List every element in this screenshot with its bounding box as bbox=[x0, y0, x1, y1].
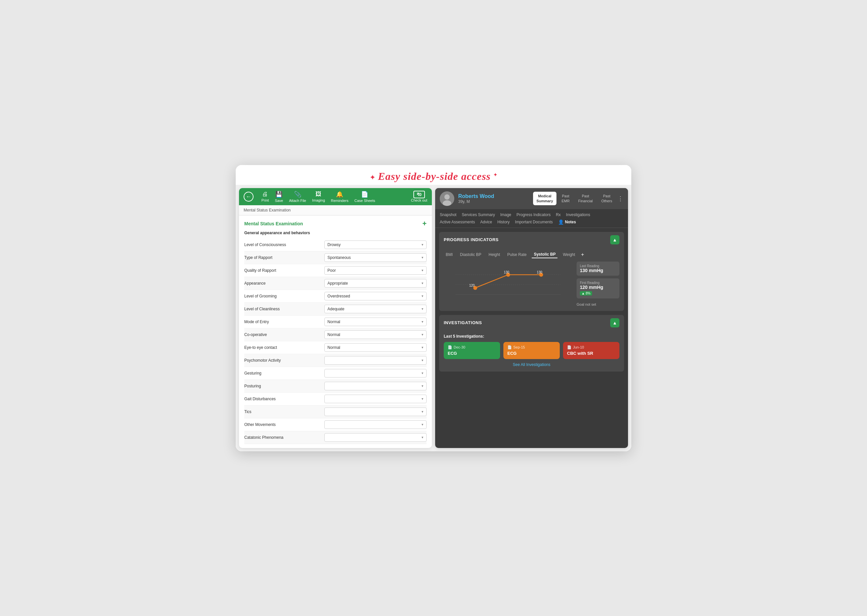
investigation-card-1[interactable]: 📄 Sep-15 ECG bbox=[503, 342, 560, 359]
attach-file-button[interactable]: 📎 Attach File bbox=[289, 191, 306, 203]
breadcrumb: Mental Status Examination bbox=[239, 205, 432, 215]
form-row: Level of GroomingOverdressed bbox=[244, 290, 427, 303]
imaging-button[interactable]: 🖼 Imaging bbox=[312, 191, 325, 202]
tab-past-others[interactable]: PastOthers bbox=[598, 192, 615, 205]
print-button[interactable]: 🖨 Print bbox=[262, 191, 269, 202]
form-label: Mode of Entry bbox=[244, 319, 325, 324]
form-label: Level of Grooming bbox=[244, 294, 325, 299]
form-row: Psychomotor Activity bbox=[244, 354, 427, 367]
left-panel: ← 🖨 Print 💾 Save 📎 Attach File 🖼 Imaging bbox=[239, 188, 432, 448]
invest-file-icon-1: 📄 bbox=[508, 345, 512, 349]
tab-medical-summary[interactable]: MedicalSummary bbox=[533, 192, 556, 205]
progress-indicators-toggle[interactable]: ▲ bbox=[610, 235, 620, 244]
nav-advice[interactable]: Advice bbox=[480, 219, 492, 225]
casesheets-label: Case Sheets bbox=[355, 199, 375, 203]
pi-tab-weight[interactable]: Weight bbox=[561, 251, 577, 258]
back-icon: ← bbox=[246, 194, 251, 200]
form-label: Appearance bbox=[244, 281, 325, 286]
nav-progress-indicators[interactable]: Progress Indicators bbox=[517, 212, 550, 218]
nav-services-summary[interactable]: Services Summary bbox=[462, 212, 495, 218]
form-select-0[interactable]: Drowsy bbox=[325, 240, 427, 249]
nav-active-assessments[interactable]: Active Assessments bbox=[440, 219, 475, 225]
form-label: Gait Disturbances bbox=[244, 397, 325, 401]
pi-tab-diastolic[interactable]: Diastolic BP bbox=[458, 251, 483, 258]
nav-image[interactable]: Image bbox=[500, 212, 511, 218]
casesheets-button[interactable]: 📄 Case Sheets bbox=[355, 191, 375, 203]
form-select-9[interactable] bbox=[325, 356, 427, 365]
chart-readings: Last Reading 130 mmHg First Reading 120 … bbox=[577, 262, 620, 306]
form-select-12[interactable] bbox=[325, 394, 427, 403]
tab-past-financial[interactable]: PastFinancial bbox=[575, 192, 596, 205]
form-select-2[interactable]: Poor bbox=[325, 266, 427, 275]
chart-area: 120 130 130 Last Reading 130 mmHg bbox=[444, 262, 620, 306]
svg-text:130: 130 bbox=[504, 270, 509, 274]
investigation-card-0[interactable]: 📄 Dec-30 ECG bbox=[444, 342, 500, 359]
pi-tab-systolic[interactable]: Systolic BP bbox=[532, 251, 558, 258]
invest-file-icon-0: 📄 bbox=[448, 345, 452, 349]
patient-avatar bbox=[440, 192, 454, 206]
banner: ✦ Easy side-by-side access ✦ bbox=[236, 165, 631, 185]
save-button[interactable]: 💾 Save bbox=[275, 191, 283, 203]
pi-add-button[interactable]: + bbox=[581, 251, 584, 258]
pi-tab-bmi[interactable]: BMI bbox=[444, 251, 455, 258]
change-badge: ▲ 8% bbox=[580, 291, 592, 295]
section-title-text: Mental Status Examination bbox=[244, 221, 303, 226]
investigations-toggle[interactable]: ▲ bbox=[610, 318, 620, 327]
reminders-label: Reminders bbox=[331, 199, 348, 203]
investigation-card-2[interactable]: 📄 Jun-10 CBC with SR bbox=[563, 342, 620, 359]
form-select-14[interactable] bbox=[325, 420, 427, 429]
form-select-8[interactable]: Normal bbox=[325, 343, 427, 352]
invest-name-1: ECG bbox=[508, 351, 556, 356]
patient-age: 39y, M bbox=[458, 199, 494, 204]
notes-icon: 👤 bbox=[558, 219, 564, 225]
pi-tab-height[interactable]: Height bbox=[487, 251, 502, 258]
investigations-header: INVESTIGATIONS ▲ bbox=[439, 315, 624, 331]
form-row: Mode of EntryNormal bbox=[244, 316, 427, 328]
nav-history[interactable]: History bbox=[497, 219, 510, 225]
progress-chart: 120 130 130 bbox=[444, 262, 572, 301]
more-tabs-button[interactable]: ⋮ bbox=[618, 195, 623, 202]
form-row: Other Movements bbox=[244, 418, 427, 431]
form-select-11[interactable] bbox=[325, 382, 427, 390]
reminders-button[interactable]: 🔔 Reminders bbox=[331, 191, 348, 203]
form-row: Eye-to eye contactNormal bbox=[244, 341, 427, 354]
form-select-1[interactable]: Spontaneous bbox=[325, 253, 427, 262]
nav-rx[interactable]: Rx bbox=[556, 212, 561, 218]
svg-text:120: 120 bbox=[469, 284, 475, 287]
form-row: AppearanceAppropriate bbox=[244, 277, 427, 290]
tab-past-emr[interactable]: PastEMR bbox=[558, 192, 573, 205]
nav-notes[interactable]: 👤 Notes bbox=[558, 219, 576, 225]
form-label: Tics bbox=[244, 409, 325, 414]
form-select-15[interactable] bbox=[325, 433, 427, 442]
form-row: Co-operativeNormal bbox=[244, 328, 427, 341]
nav-important-documents[interactable]: Important Documents bbox=[515, 219, 553, 225]
form-label: Posturing bbox=[244, 384, 325, 388]
see-all-investigations[interactable]: See All Investigations bbox=[444, 362, 620, 367]
patient-tabs: MedicalSummary PastEMR PastFinancial Pas… bbox=[533, 192, 623, 205]
patient-name: Roberts Wood bbox=[458, 193, 494, 199]
form-row: Quality of RapportPoor bbox=[244, 264, 427, 277]
form-select-3[interactable]: Appropriate bbox=[325, 279, 427, 288]
svg-point-1 bbox=[445, 194, 450, 200]
pi-tab-pulse[interactable]: Pulse Rate bbox=[505, 251, 529, 258]
form-select-13[interactable] bbox=[325, 407, 427, 416]
investigations-body: Last 5 Investigations: 📄 Dec-30 ECG bbox=[439, 331, 624, 372]
form-row: Gesturing bbox=[244, 367, 427, 380]
print-label: Print bbox=[262, 198, 269, 202]
form-select-7[interactable]: Normal bbox=[325, 330, 427, 339]
checkout-button[interactable]: ₹0 Check out bbox=[411, 191, 427, 202]
investigation-cards: 📄 Dec-30 ECG 📄 Sep-15 ECG bbox=[444, 342, 620, 359]
add-section-button[interactable]: + bbox=[422, 219, 427, 228]
form-select-4[interactable]: Overdressed bbox=[325, 292, 427, 300]
form-select-5[interactable]: Adequate bbox=[325, 305, 427, 313]
form-row: Catatonic Phenomena bbox=[244, 431, 427, 444]
casesheets-icon: 📄 bbox=[361, 191, 368, 198]
imaging-icon: 🖼 bbox=[315, 191, 322, 198]
form-select-10[interactable] bbox=[325, 369, 427, 377]
form-label: Catatonic Phenomena bbox=[244, 435, 325, 440]
nav-investigations[interactable]: Investigations bbox=[566, 212, 590, 218]
back-button[interactable]: ← bbox=[244, 192, 254, 201]
investigations-sub-label: Last 5 Investigations: bbox=[444, 334, 620, 339]
form-select-6[interactable]: Normal bbox=[325, 317, 427, 326]
nav-snapshot[interactable]: Snapshot bbox=[440, 212, 457, 218]
